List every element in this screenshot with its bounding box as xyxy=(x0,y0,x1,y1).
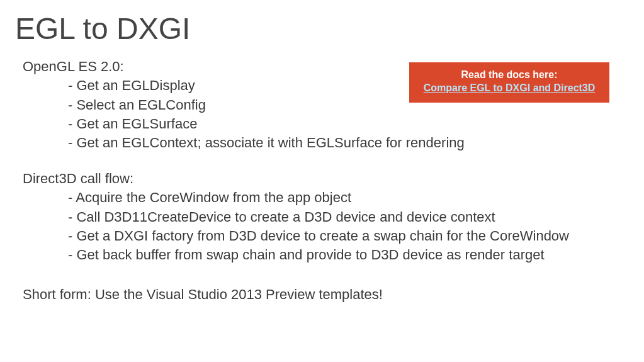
docs-link[interactable]: Compare EGL to DXGI and Direct3D xyxy=(424,82,596,93)
section2-bullet: - Call D3D11CreateDevice to create a D3D… xyxy=(23,208,629,227)
section2-bullet: - Acquire the CoreWindow from the app ob… xyxy=(23,188,629,207)
section2-bullet: - Get back buffer from swap chain and pr… xyxy=(23,246,629,264)
callout-intro: Read the docs here: xyxy=(417,69,602,82)
section2-bullet: - Get a DXGI factory from D3D device to … xyxy=(23,227,629,246)
slide-title: EGL to DXGI xyxy=(15,11,629,46)
section1-bullet: - Get an EGLContext; associate it with E… xyxy=(23,133,629,152)
section2-heading: Direct3D call flow: xyxy=(23,169,629,188)
slide: EGL to DXGI OpenGL ES 2.0: - Get an EGLD… xyxy=(0,0,644,315)
section1-bullet: - Get an EGLSurface xyxy=(23,115,629,133)
shortform-text: Short form: Use the Visual Studio 2013 P… xyxy=(23,285,629,304)
docs-callout: Read the docs here: Compare EGL to DXGI … xyxy=(409,62,609,103)
